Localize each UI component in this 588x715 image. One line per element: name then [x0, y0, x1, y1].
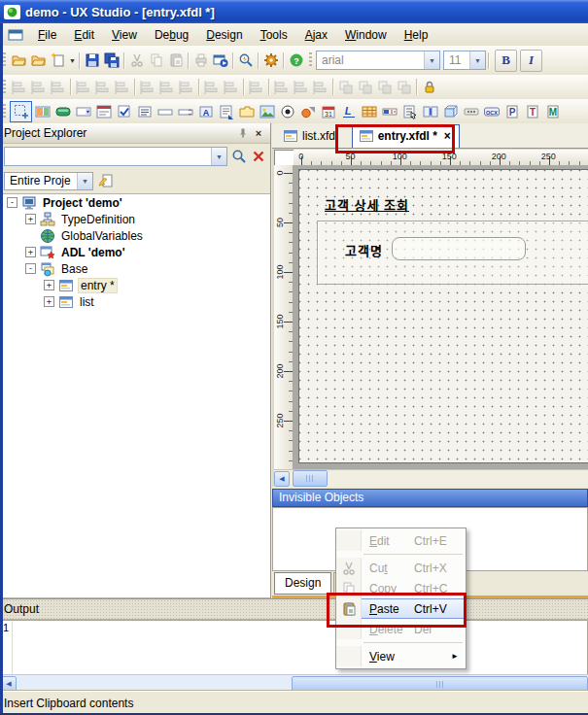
calendar-tool-button[interactable]: 31 [318, 101, 338, 121]
customer-name-input[interactable] [392, 237, 526, 260]
toolbar-grip[interactable] [3, 104, 6, 119]
scroll-thumb[interactable] [293, 470, 328, 487]
align-center-button[interactable] [29, 77, 49, 97]
menu-design[interactable]: Design [197, 25, 251, 45]
font-size-combo[interactable]: 11▼ [443, 51, 486, 70]
new-file-button[interactable] [49, 51, 68, 71]
menu-view[interactable]: View [103, 25, 146, 45]
form-title-static[interactable]: 고객 상세 조회 [325, 195, 409, 214]
toolbar-grip[interactable] [3, 80, 6, 95]
output-body[interactable]: 1 [0, 620, 588, 675]
splitter-tool-button[interactable] [420, 101, 440, 121]
menu-tools[interactable]: Tools [252, 25, 296, 45]
run-preview-button[interactable] [211, 51, 230, 71]
combo-tool-button[interactable] [73, 101, 93, 121]
make-same-size-button[interactable] [177, 77, 196, 97]
pin-icon[interactable] [235, 126, 251, 140]
designer-hscrollbar[interactable]: ◀ [274, 469, 588, 487]
menu-debug[interactable]: Debug [146, 25, 197, 45]
help-button[interactable]: ? [287, 51, 306, 71]
tree-item-base[interactable]: -Base [1, 260, 270, 277]
document-tab-listxfdl[interactable]: list.xfdl [277, 124, 344, 148]
chevron-down-icon[interactable]: ▼ [211, 148, 226, 165]
scroll-thumb[interactable] [292, 676, 588, 692]
save-all-button[interactable] [102, 51, 121, 71]
activex-tool-button[interactable]: OCX [481, 101, 502, 121]
find-button[interactable] [236, 51, 256, 71]
search-icon[interactable] [231, 149, 247, 164]
static-tool-button[interactable]: A [195, 101, 216, 121]
menu-help[interactable]: Help [396, 25, 437, 45]
tab-tool-button[interactable] [236, 101, 257, 121]
open-folder-button[interactable] [29, 51, 49, 71]
tree-expander[interactable]: + [25, 247, 36, 257]
stepper-tool-button[interactable] [461, 101, 481, 121]
scroll-left-icon[interactable]: ◀ [274, 471, 290, 487]
space-down-button[interactable] [157, 77, 177, 97]
font-family-combo[interactable]: arial▼ [316, 51, 440, 70]
checkbox-tool-button[interactable] [114, 101, 134, 121]
chevron-down-icon[interactable]: ▼ [469, 51, 485, 69]
italic-button[interactable]: I [520, 50, 542, 72]
customer-name-label[interactable]: 고객명 [345, 241, 383, 259]
grid-tool-button[interactable] [359, 101, 379, 121]
dataset-tool-button[interactable] [440, 101, 461, 121]
align-bottom-button[interactable] [113, 77, 132, 97]
chevron-down-icon[interactable]: ▼ [77, 173, 92, 189]
paste-button[interactable] [166, 51, 186, 71]
bold-button[interactable]: B [495, 50, 517, 72]
tree-expander[interactable]: - [25, 263, 36, 274]
edit-tool-button[interactable] [155, 101, 175, 121]
same-height-button[interactable] [292, 77, 311, 97]
tree-expander[interactable]: + [25, 214, 36, 224]
gear-button[interactable] [261, 51, 281, 71]
textarea-tool-button[interactable] [216, 101, 236, 121]
align-top-button[interactable] [74, 77, 93, 97]
menu-file[interactable]: File [29, 25, 65, 45]
plugin-p-tool-button[interactable]: P [502, 101, 522, 121]
align-middle-button[interactable] [93, 77, 113, 97]
tree-item-typedefinition[interactable]: +TypeDefinition [1, 211, 270, 227]
popupmenu-tool-button[interactable] [399, 101, 420, 121]
view-tab-design[interactable]: Design [274, 572, 331, 595]
order-bring-forward-button[interactable] [375, 77, 395, 97]
form-groupbox[interactable]: 고객명 [317, 221, 588, 285]
shape-tool-button[interactable] [297, 101, 318, 121]
align-left-button[interactable] [10, 77, 29, 97]
image-tool-button[interactable] [257, 101, 277, 121]
order-send-backward-button[interactable] [395, 77, 414, 97]
clear-search-icon[interactable] [251, 149, 266, 164]
progress-tool-button[interactable] [379, 101, 399, 121]
radio-tool-button[interactable] [277, 101, 297, 121]
align-right-button[interactable] [49, 77, 68, 97]
tree-item-adldemo[interactable]: +ADL 'demo' [1, 244, 270, 260]
menu-window[interactable]: Window [336, 25, 396, 45]
order-send-back-button[interactable] [356, 77, 375, 97]
output-header[interactable]: Output [0, 599, 588, 620]
tree-item-globalvariables[interactable]: GlobalVariables [1, 227, 270, 244]
spin-tool-button[interactable] [175, 101, 195, 121]
explorer-search-combo[interactable]: ▼ [4, 147, 227, 166]
save-button[interactable] [83, 51, 102, 71]
listbox-tool-button[interactable] [134, 101, 155, 121]
output-content[interactable] [13, 621, 587, 674]
chevron-down-icon[interactable]: ▼ [424, 51, 439, 69]
line-tool-button[interactable]: L [338, 101, 359, 121]
toolbar-grip[interactable] [309, 52, 312, 68]
tree-item-projectdemo[interactable]: -Project 'demo' [1, 194, 270, 211]
tree-item-entry[interactable]: +entry * [1, 277, 270, 293]
space-across-button[interactable] [138, 77, 157, 97]
sync-file-icon[interactable] [98, 173, 114, 188]
tree-expander[interactable]: + [44, 296, 54, 307]
div-tool-button[interactable] [32, 101, 52, 121]
form-canvas[interactable]: 고객 상세 조회 고객명 [298, 169, 588, 463]
close-icon[interactable]: × [251, 126, 266, 140]
center-vertical-button[interactable] [222, 77, 241, 97]
plugin-m-tool-button[interactable]: M [542, 101, 563, 121]
menu-edit[interactable]: Edit [65, 25, 103, 45]
print-button[interactable] [191, 51, 211, 71]
tree-expander[interactable]: - [7, 197, 17, 208]
same-size-button[interactable] [311, 77, 330, 97]
plugin-t-tool-button[interactable]: T [522, 101, 542, 121]
toolbar-grip[interactable] [3, 52, 6, 68]
